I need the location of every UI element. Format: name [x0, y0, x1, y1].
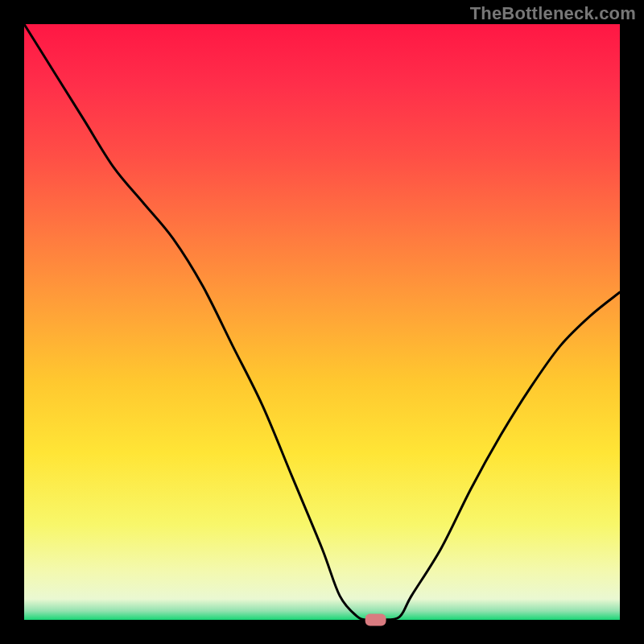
watermark-text: TheBottleneck.com [470, 3, 636, 24]
bottleneck-chart [0, 0, 644, 644]
optimal-point-marker [365, 614, 386, 626]
plot-background [24, 24, 620, 620]
chart-container: TheBottleneck.com [0, 0, 644, 644]
